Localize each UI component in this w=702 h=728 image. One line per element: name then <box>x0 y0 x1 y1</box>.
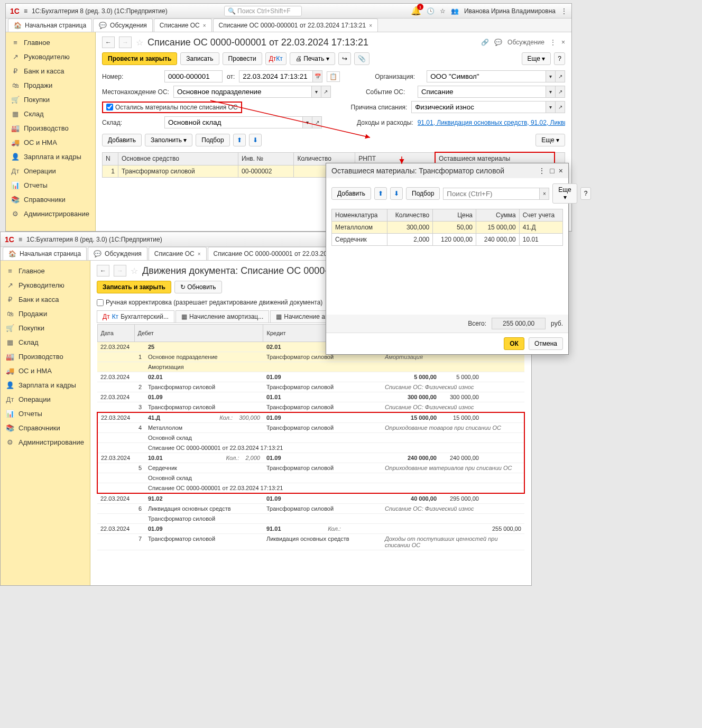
calendar-icon[interactable]: 📅 <box>313 70 322 82</box>
warehouse-field[interactable] <box>164 116 303 128</box>
sidebar-item[interactable]: ДтОперации <box>1 392 90 407</box>
save-button[interactable]: Записать <box>180 52 219 65</box>
menu-icon[interactable]: ≡ <box>19 236 22 243</box>
refresh-button[interactable]: ↻ Обновить <box>174 281 222 293</box>
sidebar-item[interactable]: ⚙Администрирование <box>6 207 95 221</box>
save-close-button[interactable]: Записать и закрыть <box>97 281 171 293</box>
attach-icon[interactable]: 📎 <box>354 52 370 65</box>
table-row[interactable]: Сердечник 2,000 120 000,00 240 000,00 10… <box>332 234 563 246</box>
org-field[interactable] <box>427 70 546 82</box>
close-icon[interactable]: × <box>559 167 563 175</box>
back-button[interactable]: ← <box>102 36 115 48</box>
modal-search[interactable] <box>443 188 540 200</box>
more-button[interactable]: Еще ▾ <box>535 134 565 146</box>
help-button[interactable]: ? <box>554 52 565 65</box>
down-button[interactable]: ⬇ <box>249 134 262 146</box>
movement-row[interactable]: 22.03.202401.0901.01300 000,00300 000,00 <box>97 392 524 402</box>
sidebar-item[interactable]: 🚚ОС и НМА <box>1 364 90 378</box>
up-button[interactable]: ⬆ <box>233 134 246 146</box>
ok-button[interactable]: ОК <box>504 337 524 350</box>
dropdown-icon[interactable]: ▾ <box>303 116 312 128</box>
modal-add-button[interactable]: Добавить <box>331 187 371 200</box>
more-button[interactable]: Еще ▾ <box>522 52 551 65</box>
sidebar-item[interactable]: 🛒Покупки <box>6 93 95 107</box>
up-button[interactable]: ⬆ <box>374 187 387 200</box>
sidebar-item[interactable]: ДтОперации <box>6 164 95 178</box>
sidebar-item[interactable]: 📚Справочники <box>6 192 95 207</box>
modal-pick-button[interactable]: Подбор <box>406 187 440 200</box>
global-search[interactable]: 🔍 Поиск Ctrl+Shift+F <box>224 6 302 16</box>
sidebar-item[interactable]: 📚Справочники <box>1 421 90 435</box>
sidebar-item[interactable]: 🏭Производство <box>6 121 95 135</box>
sidebar-item[interactable]: ₽Банк и касса <box>6 64 95 78</box>
sidebar-item[interactable]: 👤Зарплата и кадры <box>1 378 90 392</box>
sidebar-item[interactable]: ▦Склад <box>1 335 90 349</box>
sidebar-item[interactable]: 🛍Продажи <box>6 78 95 93</box>
discuss-label[interactable]: Обсуждение <box>507 39 544 46</box>
sidebar-item[interactable]: 🛒Покупки <box>1 321 90 335</box>
post-button[interactable]: Провести <box>223 52 262 65</box>
open-icon[interactable]: ↗ <box>321 86 331 98</box>
help-button[interactable]: ? <box>580 187 592 200</box>
maximize-icon[interactable]: □ <box>550 167 554 175</box>
mv-tab-dep1[interactable]: ▦ Начисление амортизац... <box>176 310 269 322</box>
open-icon[interactable]: ↗ <box>312 116 322 128</box>
sidebar-item[interactable]: ≡Главное <box>1 264 90 278</box>
sidebar-item[interactable]: ▦Склад <box>6 107 95 121</box>
more-button[interactable]: Еще ▾ <box>552 183 577 204</box>
tab-home[interactable]: 🏠 Начальная страница <box>3 247 87 260</box>
open-icon[interactable]: ↗ <box>556 70 565 82</box>
sidebar-item[interactable]: ↗Руководителю <box>1 278 90 292</box>
history-icon[interactable]: 🕓 <box>427 7 435 15</box>
movement-row[interactable]: 22.03.202410.01Кол.: 2,00001.09240 000,0… <box>97 453 524 463</box>
forward-button[interactable]: → <box>114 265 126 277</box>
location-field[interactable] <box>173 86 312 98</box>
cancel-button[interactable]: Отмена <box>529 337 563 350</box>
sidebar-item[interactable]: ≡Главное <box>6 35 95 50</box>
down-button[interactable]: ⬇ <box>390 187 403 200</box>
sidebar-item[interactable]: 🛍Продажи <box>1 307 90 321</box>
reason-field[interactable] <box>411 101 546 113</box>
pick-button[interactable]: Подбор <box>196 134 229 146</box>
bell-icon[interactable]: 🔔1 <box>411 6 421 16</box>
sidebar-item[interactable]: 📊Отчеты <box>6 178 95 192</box>
movement-row[interactable]: 22.03.202441.ДКол.: 300,00001.0915 000,0… <box>97 412 524 423</box>
movement-row[interactable]: 22.03.202491.0201.0940 000,00295 000,00 <box>97 493 524 504</box>
number-field[interactable] <box>164 70 223 82</box>
user-name[interactable]: Иванова Ирина Владимировна <box>464 7 556 15</box>
sidebar-item[interactable]: 👤Зарплата и кадры <box>6 150 95 164</box>
dtkr-icon[interactable]: ДтКт <box>265 52 287 65</box>
tab-discussions[interactable]: 💬 Обсуждения <box>88 247 147 260</box>
menu-dots[interactable]: ⋮ <box>561 7 567 15</box>
dropdown-icon[interactable]: ▾ <box>546 86 556 98</box>
back-button[interactable]: ← <box>97 265 109 277</box>
mv-tab-acc[interactable]: ДтКт Бухгалтерский... <box>97 310 174 322</box>
forward-button[interactable]: → <box>119 36 132 48</box>
movement-row[interactable]: 22.03.202402.0101.095 000,005 000,00 <box>97 372 524 382</box>
tab-writeoff-doc[interactable]: Списание ОС 0000-000001 от 22.03.2024 17… <box>213 19 378 32</box>
sidebar-item[interactable]: ⚙Администрирование <box>1 435 90 449</box>
dropdown-icon[interactable]: ▾ <box>546 101 556 113</box>
materials-checkbox[interactable] <box>106 104 113 110</box>
print-button[interactable]: 🖨 Печать ▾ <box>290 52 335 65</box>
star-icon[interactable]: ☆ <box>440 7 446 15</box>
add-button[interactable]: Добавить <box>102 134 142 146</box>
sidebar-item[interactable]: 🚚ОС и НМА <box>6 135 95 150</box>
fill-button[interactable]: Заполнить ▾ <box>145 134 192 146</box>
sidebar-item[interactable]: ₽Банк и касса <box>1 292 90 307</box>
calendar-standalone-icon[interactable]: 📋 <box>327 71 340 82</box>
date-field[interactable] <box>239 70 313 82</box>
favorite-icon[interactable]: ☆ <box>136 38 143 48</box>
link-icon[interactable]: 🔗 <box>481 39 489 46</box>
event-field[interactable] <box>418 86 546 98</box>
dropdown-icon[interactable]: ▾ <box>546 70 556 82</box>
manual-edit-checkbox[interactable] <box>97 299 104 306</box>
open-icon[interactable]: ↗ <box>556 86 565 98</box>
close-doc[interactable]: × <box>561 39 565 46</box>
favorite-icon[interactable]: ☆ <box>131 266 138 276</box>
sidebar-item[interactable]: ↗Руководителю <box>6 50 95 64</box>
tab-writeoff-list[interactable]: Списание ОС × <box>154 19 212 32</box>
income-link[interactable]: 91.01, Ликвидация основных средств, 91.0… <box>418 119 565 126</box>
tab-discussions[interactable]: 💬 Обсуждения <box>93 19 153 32</box>
dropdown-icon[interactable]: ▾ <box>312 86 321 98</box>
